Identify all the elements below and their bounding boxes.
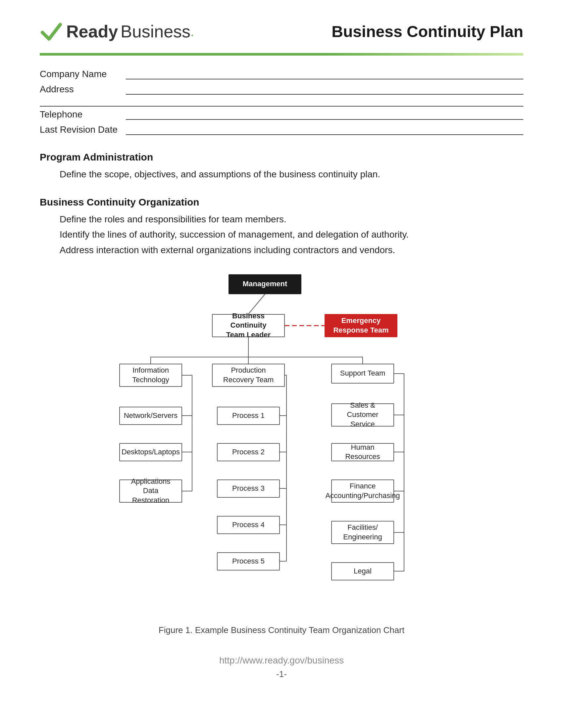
revision-row: Last Revision Date bbox=[40, 124, 523, 137]
node-sales: Sales & CustomerService bbox=[331, 403, 394, 427]
node-process2: Process 2 bbox=[217, 443, 280, 461]
telephone-label: Telephone bbox=[40, 109, 126, 120]
node-process5: Process 5 bbox=[217, 552, 280, 570]
node-support: Support Team bbox=[331, 364, 394, 384]
figure-caption: Figure 1. Example Business Continuity Te… bbox=[159, 625, 404, 635]
node-process1: Process 1 bbox=[217, 407, 280, 425]
footer-url: http://www.ready.gov/business bbox=[40, 655, 523, 666]
company-row: Company Name bbox=[40, 69, 523, 81]
address-underline[interactable] bbox=[126, 84, 523, 95]
svg-line-0 bbox=[248, 294, 265, 314]
node-process3: Process 3 bbox=[217, 479, 280, 498]
org-chart: Management Business ContinuityTeam Leade… bbox=[99, 274, 464, 618]
form-company-section: Company Name Address bbox=[40, 69, 523, 97]
page-title: Business Continuity Plan bbox=[332, 23, 523, 41]
program-admin-section: Program Administration Define the scope,… bbox=[40, 152, 523, 182]
logo-ready-text: Ready bbox=[66, 22, 118, 41]
bco-body: Define the roles and responsibilities fo… bbox=[40, 212, 523, 258]
revision-label: Last Revision Date bbox=[40, 124, 126, 135]
header: Ready Business . Business Continuity Pla… bbox=[40, 20, 523, 50]
node-network: Network/Servers bbox=[119, 407, 182, 425]
bco-line3: Address interaction with external organi… bbox=[60, 243, 523, 258]
node-management: Management bbox=[228, 274, 302, 294]
node-it: InformationTechnology bbox=[119, 364, 182, 387]
program-admin-text: Define the scope, objectives, and assump… bbox=[60, 169, 380, 179]
footer-page: -1- bbox=[40, 669, 523, 679]
node-apps: ApplicationsData Restoration bbox=[119, 479, 182, 503]
node-finance: FinanceAccounting/Purchasing bbox=[331, 479, 394, 503]
telephone-row: Telephone bbox=[40, 109, 523, 122]
logo-business-text: Business bbox=[120, 22, 190, 41]
company-underline[interactable] bbox=[126, 69, 523, 79]
node-desktops: Desktops/Laptops bbox=[119, 443, 182, 461]
node-legal: Legal bbox=[331, 562, 394, 580]
logo-area: Ready Business . bbox=[40, 20, 194, 43]
node-process4: Process 4 bbox=[217, 516, 280, 534]
bco-section: Business Continuity Organization Define … bbox=[40, 197, 523, 258]
bco-line2: Identify the lines of authority, success… bbox=[60, 227, 523, 242]
node-production: ProductionRecovery Team bbox=[212, 364, 285, 387]
program-admin-heading: Program Administration bbox=[40, 152, 523, 163]
node-hr: Human Resources bbox=[331, 443, 394, 461]
bco-line1: Define the roles and responsibilities fo… bbox=[60, 212, 523, 227]
bco-heading: Business Continuity Organization bbox=[40, 197, 523, 208]
address-row: Address bbox=[40, 84, 523, 97]
checkmark-icon bbox=[40, 20, 63, 43]
logo-dot-text: . bbox=[190, 24, 194, 39]
company-label: Company Name bbox=[40, 69, 126, 79]
telephone-underline[interactable] bbox=[126, 109, 523, 120]
page: Ready Business . Business Continuity Pla… bbox=[0, 0, 563, 728]
revision-underline[interactable] bbox=[126, 124, 523, 135]
org-chart-container: Management Business ContinuityTeam Leade… bbox=[40, 274, 523, 635]
green-divider bbox=[40, 53, 523, 56]
node-bc-leader: Business ContinuityTeam Leader bbox=[212, 314, 285, 337]
node-facilities: Facilities/Engineering bbox=[331, 521, 394, 544]
program-admin-body: Define the scope, objectives, and assump… bbox=[40, 167, 523, 182]
node-emergency-response: EmergencyResponse Team bbox=[325, 314, 398, 337]
address-label: Address bbox=[40, 84, 126, 95]
form-divider-1 bbox=[40, 106, 523, 107]
form-contact-section: Telephone Last Revision Date bbox=[40, 109, 523, 137]
